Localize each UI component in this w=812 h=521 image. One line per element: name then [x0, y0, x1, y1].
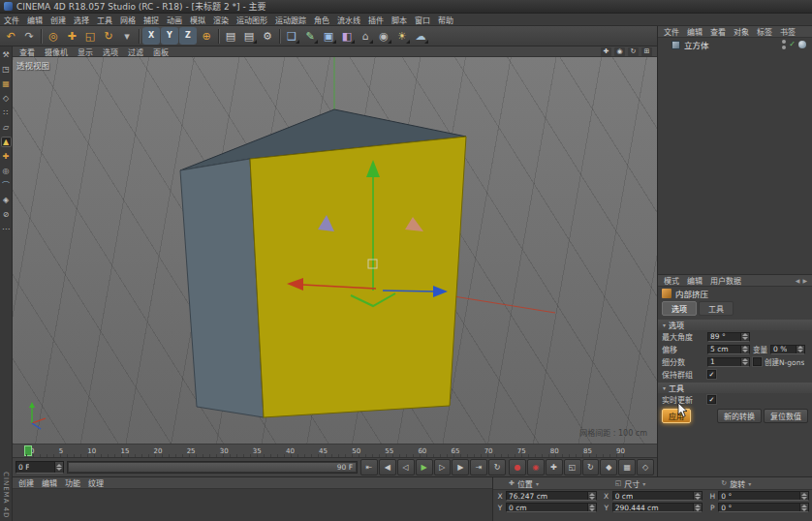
- menu-item[interactable]: 渲染: [209, 15, 233, 25]
- x-axis-lock-button[interactable]: X: [142, 27, 160, 45]
- spinner[interactable]: [740, 333, 749, 341]
- spinner[interactable]: [693, 492, 702, 500]
- live-selection-tool[interactable]: ◎: [45, 27, 62, 45]
- render-to-picture-viewer-dropdown[interactable]: ▤: [240, 27, 258, 45]
- apply-button[interactable]: 应用: [662, 409, 691, 423]
- viewport-solo-button[interactable]: ◎: [1, 166, 12, 176]
- primitive-cube-dropdown[interactable]: ❑: [283, 27, 300, 45]
- spinner[interactable]: [587, 504, 596, 511]
- spinner[interactable]: [799, 504, 808, 511]
- size-y-field[interactable]: 290.444 cm: [612, 503, 703, 512]
- loop-button[interactable]: ↻: [488, 459, 506, 475]
- generator-dropdown[interactable]: ▣: [320, 27, 337, 45]
- play-button[interactable]: ▶: [416, 459, 433, 475]
- menu-item[interactable]: 选择: [70, 15, 93, 25]
- viewport-menu-item[interactable]: 摄像机: [40, 46, 73, 57]
- spinner[interactable]: [799, 492, 808, 500]
- next-frame-button[interactable]: ▷: [434, 459, 452, 475]
- menu-item[interactable]: 捕捉: [140, 15, 163, 25]
- viewport-menu-item[interactable]: 面板: [148, 46, 173, 57]
- keyframe-selection-button[interactable]: ◇: [637, 459, 654, 475]
- viewport-menu-item[interactable]: 显示: [73, 46, 98, 57]
- object-manager-menu-item[interactable]: 编辑: [683, 26, 706, 37]
- last-tool-dropdown[interactable]: ▾: [118, 27, 136, 45]
- menu-item[interactable]: 脚本: [388, 15, 411, 25]
- material-menu-item[interactable]: 创建: [15, 477, 38, 488]
- move-tool[interactable]: ✚: [63, 27, 80, 45]
- record-position-button[interactable]: ✚: [546, 459, 563, 475]
- goto-start-button[interactable]: ⇤: [360, 459, 378, 475]
- redo-button[interactable]: ↷: [20, 27, 38, 45]
- menu-item[interactable]: 运动图形: [233, 15, 271, 25]
- material-menu-item[interactable]: 纹理: [84, 477, 108, 488]
- viewport-menu-item[interactable]: 过滤: [123, 46, 148, 57]
- preserve-groups-checkbox[interactable]: [707, 370, 716, 379]
- options-section-header[interactable]: ▾ 选项: [658, 320, 812, 330]
- record-keyframe-button[interactable]: ●: [509, 459, 526, 475]
- object-manager-menu-item[interactable]: 对象: [730, 26, 753, 37]
- make-editable-button[interactable]: ⚒: [1, 49, 12, 60]
- timeline-range-bar[interactable]: 90 F: [69, 463, 356, 472]
- record-pla-button[interactable]: ▦: [618, 459, 636, 475]
- position-group[interactable]: ✚ 位置 ▾: [493, 478, 600, 489]
- phong-tag-icon[interactable]: [798, 41, 806, 48]
- spinner[interactable]: [693, 504, 702, 511]
- object-row-cube[interactable]: 立方体 ✓: [658, 38, 812, 51]
- scale-tool[interactable]: ◱: [81, 27, 99, 45]
- offset-field[interactable]: 5 cm: [707, 345, 750, 354]
- render-settings-button[interactable]: ⚙: [259, 27, 276, 45]
- attribute-menu-item[interactable]: 用户数据: [706, 275, 745, 286]
- more-modes-button[interactable]: ⋯: [1, 224, 12, 234]
- edge-mode-button[interactable]: ▱: [1, 122, 12, 133]
- attr-back-icon[interactable]: ◀: [796, 277, 800, 284]
- y-axis-lock-button[interactable]: Y: [161, 27, 178, 45]
- position-x-field[interactable]: 76.247 cm: [506, 491, 597, 501]
- attribute-tab[interactable]: 工具: [699, 301, 734, 316]
- attr-forward-icon[interactable]: ▶: [802, 277, 807, 284]
- menu-item[interactable]: 运动跟踪: [271, 15, 310, 25]
- size-group[interactable]: ◱ 尺寸 ▾: [600, 478, 706, 489]
- timeline-ruler[interactable]: 051015202530354045505560657075808590: [13, 444, 657, 457]
- variance-field[interactable]: 0 %: [770, 345, 805, 354]
- z-axis-lock-button[interactable]: Z: [179, 27, 197, 45]
- rotate-tool[interactable]: ↻: [100, 27, 117, 45]
- attribute-menu-item[interactable]: 模式: [660, 275, 683, 286]
- snap-button[interactable]: ⌒: [1, 180, 12, 191]
- spinner[interactable]: [740, 358, 749, 366]
- object-manager-menu-item[interactable]: 文件: [660, 26, 683, 37]
- menu-item[interactable]: 角色: [310, 15, 333, 25]
- menu-item[interactable]: 网格: [116, 15, 140, 25]
- menu-item[interactable]: 工具: [93, 15, 116, 25]
- timeline-playhead[interactable]: [24, 445, 32, 456]
- model-mode-button[interactable]: ◳: [1, 64, 12, 75]
- visibility-dots[interactable]: [782, 40, 786, 49]
- light-dropdown[interactable]: ☀: [393, 27, 411, 45]
- workplane-mode-button[interactable]: ◇: [1, 93, 12, 104]
- object-manager-menu-item[interactable]: 书签: [776, 26, 799, 37]
- object-manager-menu-item[interactable]: 查看: [706, 26, 730, 37]
- environment-dropdown[interactable]: ☁: [412, 27, 429, 45]
- point-mode-button[interactable]: ∷: [1, 107, 12, 118]
- texture-mode-button[interactable]: ▦: [1, 78, 12, 89]
- new-transform-button[interactable]: 新的转换: [717, 409, 762, 423]
- viewport-menu-item[interactable]: 选项: [98, 46, 123, 57]
- attribute-menu-item[interactable]: 编辑: [683, 275, 706, 286]
- goto-end-button[interactable]: ⇥: [470, 459, 487, 475]
- object-manager-menu-item[interactable]: 标签: [753, 26, 776, 37]
- spinner[interactable]: [740, 346, 749, 353]
- prev-key-button[interactable]: ◀: [379, 459, 396, 475]
- reset-values-button[interactable]: 复位数值: [764, 409, 808, 423]
- scene-dropdown[interactable]: ⌂: [357, 27, 374, 45]
- spinner[interactable]: [587, 492, 596, 500]
- next-key-button[interactable]: ▶: [452, 459, 469, 475]
- deformer-dropdown[interactable]: ◧: [338, 27, 356, 45]
- menu-item[interactable]: 文件: [0, 15, 23, 25]
- undo-button[interactable]: ↶: [2, 27, 19, 45]
- menu-item[interactable]: 模拟: [186, 15, 209, 25]
- spline-pen-dropdown[interactable]: ✎: [301, 27, 319, 45]
- camera-dropdown[interactable]: ◉: [375, 27, 392, 45]
- timeline-range-scrollbar[interactable]: 90 F: [67, 461, 358, 474]
- zoom-view-icon[interactable]: ◉: [614, 47, 625, 56]
- viewport-canvas[interactable]: 透视视图 网格间距 : 100 cm: [13, 57, 657, 444]
- polygon-mode-button[interactable]: ▲: [1, 137, 12, 147]
